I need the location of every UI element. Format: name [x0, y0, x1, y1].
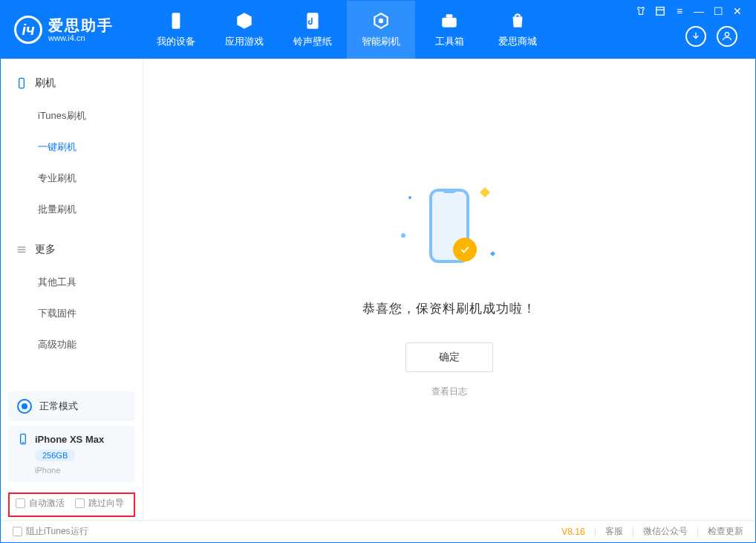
ok-button[interactable]: 确定 [405, 342, 493, 372]
check-update-link[interactable]: 检查更新 [708, 525, 743, 538]
toolbox-icon [440, 11, 459, 30]
svg-rect-5 [656, 7, 665, 16]
checkbox-label: 自动激活 [29, 497, 65, 510]
success-illustration [401, 181, 498, 278]
checkbox-label: 跳过向导 [88, 497, 124, 510]
sidebar: 刷机 iTunes刷机 一键刷机 专业刷机 批量刷机 更多 其他工具 下载固件 … [1, 59, 143, 520]
check-badge-icon [453, 238, 477, 261]
block-itunes-checkbox[interactable]: 阻止iTunes运行 [13, 525, 88, 538]
device-type: iPhone [35, 466, 126, 475]
close-icon[interactable]: ✕ [731, 5, 743, 17]
sparkle-icon [408, 196, 411, 199]
svg-point-2 [379, 19, 384, 24]
sidebar-head-more: 更多 [1, 233, 143, 267]
maximize-icon[interactable]: ☐ [712, 5, 724, 17]
header-right: ≡ — ☐ ✕ [635, 1, 748, 59]
skip-guide-checkbox[interactable]: 跳过向导 [75, 497, 124, 510]
music-icon [303, 11, 322, 30]
sidebar-head-label: 刷机 [35, 77, 56, 90]
version-label[interactable]: V8.16 [561, 527, 584, 537]
iphone-icon [17, 433, 29, 445]
refresh-icon [371, 11, 391, 30]
app-title: 爱思助手 [48, 17, 114, 33]
status-bar: 阻止iTunes运行 V8.16 | 客服 | 微信公众号 | 检查更新 [1, 520, 755, 542]
window-controls: ≡ — ☐ ✕ [635, 1, 748, 17]
svg-rect-4 [446, 14, 453, 17]
checkbox-icon [13, 527, 22, 536]
sparkle-icon [490, 250, 495, 256]
mode-card[interactable]: 正常模式 [8, 391, 135, 421]
nav-label: 爱思商城 [498, 35, 537, 48]
auto-activate-checkbox[interactable]: 自动激活 [16, 497, 65, 510]
logo-icon: iч [14, 16, 42, 44]
download-button[interactable] [685, 26, 706, 47]
view-log-link[interactable]: 查看日志 [431, 386, 467, 398]
sidebar-head-flash: 刷机 [1, 66, 143, 100]
sidebar-bottom: 正常模式 iPhone XS Max 256GB iPhone 自动激活 跳过向… [1, 387, 143, 520]
svg-rect-8 [19, 78, 25, 88]
nav-label: 智能刷机 [362, 35, 400, 48]
device-icon [166, 11, 186, 30]
svg-point-7 [725, 33, 729, 36]
success-message: 恭喜您，保资料刷机成功啦！ [362, 300, 536, 317]
tshirt-icon[interactable] [635, 5, 647, 17]
sidebar-group-flash: 刷机 iTunes刷机 一键刷机 专业刷机 批量刷机 [1, 59, 143, 225]
phone-icon [16, 77, 27, 89]
checkbox-icon [75, 498, 85, 508]
mode-label: 正常模式 [39, 400, 78, 413]
header-user-area [685, 26, 748, 59]
app-body: 刷机 iTunes刷机 一键刷机 专业刷机 批量刷机 更多 其他工具 下载固件 … [1, 59, 755, 520]
sidebar-item-advanced[interactable]: 高级功能 [1, 329, 143, 360]
menu-icon[interactable] [654, 5, 666, 17]
mode-icon [17, 399, 32, 414]
flash-options-row: 自动激活 跳过向导 [5, 490, 138, 520]
checkbox-label: 阻止iTunes运行 [26, 525, 88, 538]
device-card[interactable]: iPhone XS Max 256GB iPhone [8, 426, 135, 482]
nav-label: 应用游戏 [225, 35, 264, 48]
list-icon[interactable]: ≡ [674, 5, 685, 17]
device-title-row: iPhone XS Max [17, 433, 126, 445]
sidebar-item-other-tools[interactable]: 其他工具 [1, 267, 143, 298]
separator: | [632, 527, 634, 537]
separator: | [697, 527, 699, 537]
sidebar-item-itunes-flash[interactable]: iTunes刷机 [1, 100, 143, 131]
nav-my-device[interactable]: 我的设备 [142, 1, 210, 59]
shop-icon [508, 11, 527, 30]
customer-service-link[interactable]: 客服 [605, 525, 623, 538]
nav-toolbox[interactable]: 工具箱 [415, 1, 483, 59]
checkbox-icon [16, 498, 25, 508]
user-button[interactable] [717, 26, 737, 47]
device-storage-badge: 256GB [35, 449, 75, 461]
sidebar-item-pro-flash[interactable]: 专业刷机 [1, 163, 143, 194]
nav-apps-games[interactable]: 应用游戏 [210, 1, 278, 59]
app-url: www.i4.cn [48, 33, 114, 42]
title-bar: iч 爱思助手 www.i4.cn 我的设备 应用游戏 铃声壁纸 智能刷机 工具… [1, 1, 755, 59]
cube-icon [235, 11, 254, 30]
sidebar-item-batch-flash[interactable]: 批量刷机 [1, 194, 143, 225]
nav-label: 我的设备 [157, 35, 195, 48]
sidebar-item-download-firmware[interactable]: 下载固件 [1, 298, 143, 329]
app-logo: iч 爱思助手 www.i4.cn [1, 16, 142, 44]
sidebar-item-oneclick-flash[interactable]: 一键刷机 [1, 131, 143, 163]
svg-rect-0 [172, 13, 180, 29]
svg-rect-3 [442, 18, 457, 27]
nav-smart-flash[interactable]: 智能刷机 [347, 1, 415, 59]
sparkle-icon [480, 186, 490, 197]
nav-label: 工具箱 [435, 35, 464, 48]
main-nav: 我的设备 应用游戏 铃声壁纸 智能刷机 工具箱 爱思商城 [142, 1, 552, 59]
nav-shop[interactable]: 爱思商城 [483, 1, 552, 59]
separator: | [594, 527, 596, 537]
device-name: iPhone XS Max [35, 434, 104, 445]
main-content: 恭喜您，保资料刷机成功啦！ 确定 查看日志 [143, 59, 755, 520]
sidebar-head-label: 更多 [35, 243, 56, 256]
list-icon [16, 244, 27, 256]
nav-ringtones[interactable]: 铃声壁纸 [278, 1, 347, 59]
minimize-icon[interactable]: — [693, 5, 705, 17]
svg-point-12 [22, 403, 27, 409]
wechat-link[interactable]: 微信公众号 [643, 525, 688, 538]
nav-label: 铃声壁纸 [293, 35, 332, 48]
sidebar-group-more: 更多 其他工具 下载固件 高级功能 [1, 225, 143, 360]
sparkle-icon [401, 233, 405, 238]
footer-right: V8.16 | 客服 | 微信公众号 | 检查更新 [561, 525, 743, 538]
